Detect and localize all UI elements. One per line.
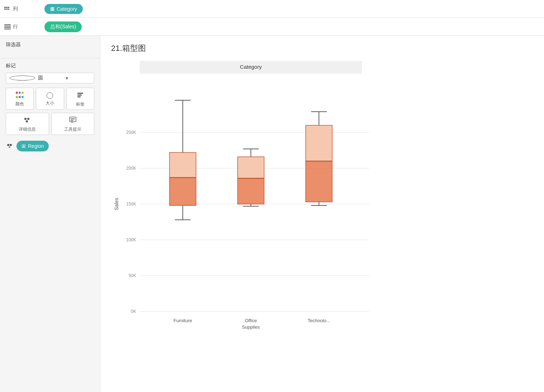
sales-pill-label: 总和(Sales) (50, 24, 76, 30)
svg-text:150K: 150K (126, 202, 136, 207)
detail-button[interactable]: 详细信息 (6, 113, 49, 135)
svg-text:Furniture: Furniture (173, 318, 192, 323)
tooltip-button[interactable]: 工具提示 (51, 113, 95, 135)
marks-type-dropdown[interactable]: 圆 ▾ (6, 73, 94, 83)
y-axis-label: Sales (114, 198, 119, 210)
marks-buttons-row2: 详细信息 工具提示 (6, 113, 94, 135)
size-button[interactable]: 大小 (36, 88, 64, 110)
category-pill[interactable]: ⊞ Category (44, 4, 83, 14)
rows-icon (4, 24, 11, 30)
svg-rect-10 (77, 93, 83, 94)
marks-title: 标记 (6, 63, 94, 69)
svg-text:50K: 50K (129, 273, 136, 278)
svg-text:250K: 250K (126, 130, 136, 135)
svg-rect-48 (238, 178, 264, 204)
boxplot-chart: Category Sales 0K 50K 100K 150K 200K 250… (111, 61, 383, 340)
svg-rect-39 (170, 153, 196, 178)
svg-text:200K: 200K (126, 166, 136, 171)
sales-pill[interactable]: 总和(Sales) (44, 21, 82, 32)
svg-rect-9 (4, 29, 11, 29)
rows-text: 行 (13, 24, 18, 30)
chevron-down-icon: ▾ (66, 75, 90, 81)
toolbar-rows-row: 行 总和(Sales) (0, 18, 544, 36)
label-button-label: 标签 (76, 101, 85, 107)
detail-button-label: 详细信息 (19, 126, 36, 132)
svg-rect-5 (8, 9, 9, 10)
size-icon (47, 92, 53, 99)
svg-rect-0 (4, 7, 6, 8)
label-button[interactable]: 标签 (66, 88, 94, 110)
svg-rect-6 (4, 24, 11, 25)
color-dots-icon (16, 92, 24, 100)
svg-rect-2 (8, 7, 9, 8)
toolbar-columns-row: 列 ⊞ Category (0, 0, 544, 18)
svg-point-15 (26, 120, 28, 122)
marks-section: 标记 圆 ▾ (0, 58, 100, 392)
svg-rect-4 (6, 9, 8, 10)
svg-text:Supplies: Supplies (242, 324, 260, 330)
svg-rect-7 (4, 26, 11, 26)
svg-text:100K: 100K (126, 237, 136, 242)
region-dots-icon (6, 141, 14, 150)
columns-text: 列 (13, 6, 18, 12)
region-pill-label: Region (28, 143, 44, 149)
region-pill-button[interactable]: ⊞ Region (16, 141, 49, 151)
chart-area: 21.箱型图 Category Sales 0K 50K 100K 150K (100, 36, 544, 392)
svg-point-13 (24, 118, 27, 120)
category-pill-label: Category (57, 6, 77, 12)
svg-rect-38 (170, 178, 196, 205)
category-plus-icon: ⊞ (50, 6, 54, 12)
svg-rect-8 (4, 27, 11, 28)
columns-icon (4, 6, 11, 12)
svg-rect-57 (306, 125, 332, 161)
svg-rect-11 (77, 95, 82, 96)
sidebar: 筛选器 标记 圆 ▾ (0, 36, 100, 392)
marks-buttons-row1: 颜色 大小 (6, 88, 94, 110)
detail-icon (23, 116, 31, 125)
svg-rect-1 (6, 7, 8, 8)
chart-title: 21.箱型图 (111, 43, 533, 54)
svg-marker-17 (71, 122, 72, 123)
size-button-label: 大小 (46, 100, 54, 106)
columns-label: 列 (4, 6, 40, 12)
svg-rect-47 (238, 157, 264, 178)
svg-text:Office: Office (245, 318, 257, 323)
chart-header-label: Category (240, 64, 262, 70)
color-button[interactable]: 颜色 (6, 88, 34, 110)
svg-rect-18 (71, 118, 75, 119)
filters-title: 筛选器 (6, 42, 94, 48)
svg-rect-16 (70, 117, 76, 122)
svg-text:0K: 0K (131, 309, 136, 314)
tooltip-icon (69, 116, 77, 125)
svg-point-14 (27, 118, 29, 120)
svg-rect-12 (77, 96, 81, 97)
svg-rect-58 (306, 161, 332, 202)
filters-section: 筛选器 (0, 36, 100, 58)
svg-rect-19 (71, 120, 73, 121)
svg-point-20 (7, 144, 9, 146)
color-button-label: 颜色 (15, 101, 24, 107)
rows-label: 行 (4, 24, 40, 30)
region-plus-icon: ⊞ (22, 143, 26, 149)
marks-dropdown-label: 圆 (38, 75, 63, 81)
circle-mark-icon (10, 76, 35, 81)
main-area: 筛选器 标记 圆 ▾ (0, 36, 544, 392)
svg-text:Technolo...: Technolo... (308, 318, 330, 323)
svg-rect-3 (4, 9, 6, 10)
label-icon (76, 91, 84, 100)
tooltip-button-label: 工具提示 (64, 126, 81, 132)
svg-point-22 (9, 146, 10, 148)
svg-point-21 (10, 144, 12, 146)
